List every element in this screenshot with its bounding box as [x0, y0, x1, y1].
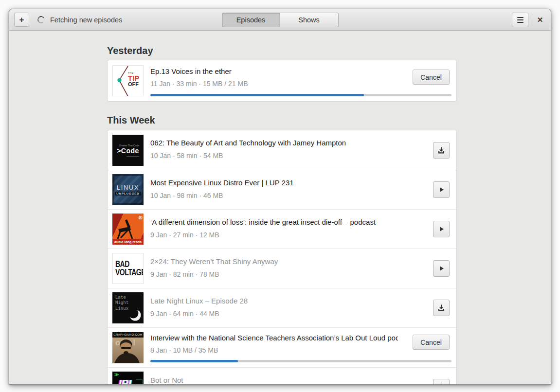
guardian-logo: ((g: [139, 215, 142, 219]
episode-title: Most Expensive Linux Distro Ever | LUP 2…: [150, 178, 424, 187]
status-text: Fetching new episodes: [50, 9, 122, 31]
crescent-moon-icon: [112, 292, 144, 323]
download-icon: [437, 383, 445, 385]
play-button[interactable]: [433, 221, 450, 237]
episode-meta: 11 Jan · 33 min · 15 MB / 21 MB: [150, 80, 248, 88]
cancel-download-button[interactable]: Cancel: [413, 335, 450, 350]
section-heading-yesterday: Yesterday: [107, 45, 457, 56]
download-progressbar: [150, 360, 452, 362]
window-close-button[interactable]: ✕: [532, 13, 548, 27]
header-bar: + Fetching new episodes Episodes Shows ✕: [9, 9, 551, 31]
podcast-cover-the-tip-off: THE TIP OFF: [112, 65, 144, 96]
podcast-cover-craphound: oliol CRAPHOUND.COM: [112, 332, 144, 363]
episode-row[interactable]: Greater ThanCode >Code 062: The Beauty o…: [108, 130, 456, 170]
episode-row[interactable]: oliol CRAPHOUND.COM Interview with the N…: [108, 327, 456, 367]
tab-shows[interactable]: Shows: [280, 13, 339, 27]
episodes-view[interactable]: Yesterday THE TIP OFF: [9, 31, 551, 385]
cover-text: LINUX: [117, 184, 139, 191]
episode-meta: 9 Jan · 27 min · 12 MB: [150, 231, 219, 239]
download-progressbar: [150, 94, 452, 96]
episode-row[interactable]: ≫ IRL Bot or Not: [108, 367, 456, 385]
episode-row[interactable]: THE TIP OFF Ep.13 Voices in the ether 11…: [108, 60, 456, 101]
play-icon: [437, 265, 445, 272]
cover-text: IRL: [119, 378, 134, 385]
play-button[interactable]: [433, 181, 450, 198]
download-button[interactable]: [433, 379, 450, 385]
episode-meta: 9 Jan · 64 min · 44 MB: [150, 310, 219, 318]
download-progress-fill: [150, 94, 364, 96]
download-progress-fill: [150, 360, 238, 362]
episode-title: Late Night Linux – Episode 28: [150, 297, 424, 305]
play-button[interactable]: [433, 260, 450, 277]
tab-episodes[interactable]: Episodes: [222, 13, 280, 27]
episode-row[interactable]: BAD VOLTAGE 2×24: They Weren’t That Shin…: [108, 249, 456, 288]
play-icon: [437, 225, 445, 233]
cover-decoration: [136, 379, 143, 385]
view-switcher: Episodes Shows: [222, 13, 339, 27]
episode-row[interactable]: LINUX UNPLUGGED Most Expensive Linux Dis…: [108, 170, 456, 209]
yesterday-card: THE TIP OFF Ep.13 Voices in the ether 11…: [107, 60, 457, 102]
episode-meta: 9 Jan · 82 min · 78 MB: [150, 270, 219, 278]
episode-meta: 10 Jan · 98 min · 46 MB: [150, 192, 223, 199]
podcast-cover-irl: ≫ IRL: [112, 372, 144, 385]
cover-text: CRAPHOUND.COM: [112, 332, 144, 338]
add-podcast-button[interactable]: +: [14, 13, 29, 27]
episode-row[interactable]: ((g audio long reads ‘A different dimens…: [108, 209, 456, 249]
section-heading-this-week: This Week: [107, 115, 457, 126]
podcast-cover-linux-unplugged: LINUX UNPLUGGED: [112, 174, 144, 205]
spinner-icon: [37, 16, 46, 24]
this-week-card: Greater ThanCode >Code 062: The Beauty o…: [107, 130, 457, 385]
podcast-cover-late-night-linux: Late Night Linux: [112, 292, 144, 323]
episode-meta: 8 Jan · 10 MB / 35 MB: [150, 346, 218, 354]
cover-text: audio long reads: [112, 239, 144, 245]
cover-chevron: ≫: [114, 372, 119, 377]
podcast-cover-greater-than-code: Greater ThanCode >Code: [112, 135, 144, 166]
download-icon: [437, 304, 445, 312]
download-button[interactable]: [433, 142, 450, 159]
episode-title: Bot or Not: [150, 376, 424, 384]
menu-button[interactable]: [512, 13, 528, 27]
podcast-cover-bad-voltage: BAD VOLTAGE: [112, 253, 144, 284]
episode-title: Interview with the National Science Teac…: [150, 334, 398, 342]
episode-row[interactable]: Late Night Linux Late Night Linux – Epis…: [108, 288, 456, 327]
hamburger-icon: [517, 17, 524, 18]
download-button[interactable]: [433, 300, 450, 316]
episode-meta: 10 Jan · 58 min · 54 MB: [150, 152, 223, 160]
download-icon: [437, 146, 445, 154]
cancel-download-button[interactable]: Cancel: [413, 70, 450, 85]
podcast-cover-audio-long-reads: ((g audio long reads: [112, 214, 144, 245]
play-icon: [437, 186, 445, 194]
app-window: + Fetching new episodes Episodes Shows ✕…: [9, 9, 551, 385]
episode-title: Ep.13 Voices in the ether: [150, 67, 398, 75]
episode-title: 062: The Beauty of Art and Technology wi…: [150, 139, 424, 147]
episode-title: 2×24: They Weren’t That Shiny Anyway: [150, 257, 424, 266]
episode-title: ‘A different dimension of loss’: inside …: [150, 218, 424, 226]
